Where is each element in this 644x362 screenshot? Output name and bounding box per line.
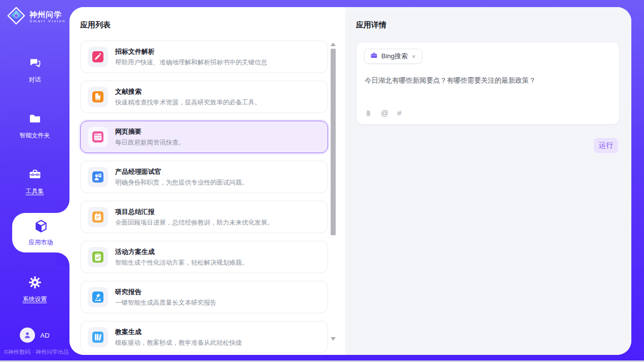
app-icon-tile (88, 247, 108, 267)
app-card-description: 一键智能生成高质量长文本研究报告 (115, 299, 217, 307)
app-card-title: 研究报告 (115, 287, 217, 297)
app-icon-tile (88, 47, 108, 67)
browser-code-icon: </> (92, 131, 103, 142)
clipboard-check-icon (92, 251, 103, 263)
app-list-title: 应用列表 (80, 20, 111, 30)
active-notch-top (56, 200, 69, 213)
book-icon (92, 91, 103, 102)
pencil-doc-icon (92, 51, 103, 62)
tool-tag-label: Bing搜索 (381, 52, 408, 61)
app-detail-panel: 应用详情 Bing搜索 × 今日湖北有哪些新闻要点？有哪些需要关注的最新政策？ … (345, 7, 631, 355)
user-name: AD (40, 332, 49, 339)
app-card-lesson-plan[interactable]: 教案生成模板驱动，教案秒成，教学准备从此轻松快捷 (80, 321, 328, 353)
app-detail-title: 应用详情 (356, 20, 386, 30)
sidebar: 神州问学 Smart Vision 对话智能文件夹工具集应用市场系统设置 AD … (0, 0, 69, 362)
active-notch-bottom (56, 252, 69, 266)
brand-logo: 神州问学 Smart Vision (7, 6, 66, 27)
composer-card: Bing搜索 × 今日湖北有哪些新闻要点？有哪些需要关注的最新政策？ @ # (356, 42, 620, 125)
interviewer-icon (92, 171, 103, 183)
copyright-footer: ©神州数码 · 神州问学出品 (4, 348, 69, 356)
tool-tag-bing-search[interactable]: Bing搜索 × (364, 49, 422, 64)
app-icon-tile (88, 287, 108, 307)
brand-text: 神州问学 Smart Vision (29, 10, 66, 24)
app-card-description: 智能生成个性化活动方案，轻松解决规划难题。 (115, 259, 248, 267)
user-avatar-icon (20, 328, 35, 343)
user-account[interactable]: AD (0, 328, 69, 343)
brand-diamond-icon (7, 6, 26, 27)
sidebar-item-label: 智能文件夹 (20, 131, 50, 140)
app-card-literature-search[interactable]: 文献搜索快速精准查找学术资源，提高研究效率的必备工具。 (80, 81, 328, 113)
sidebar-item-settings[interactable]: 系统设置 (0, 275, 69, 304)
scroll-down-arrow[interactable] (331, 337, 336, 341)
app-icon-tile (88, 167, 108, 187)
toolbox-icon (28, 167, 42, 184)
app-card-pm-interviewer[interactable]: 产品经理面试官明确身份和职责，为您提供专业性的面试问题。 (80, 161, 328, 193)
app-card-project-summary[interactable]: 项目总结汇报全面回顾项目进展，总结经验教训，助力未来优化发展。 (80, 201, 328, 233)
gear-icon (28, 275, 42, 292)
app-card-bid-parse[interactable]: 招标文件解析帮助用户快速、准确地理解和解析招标书中的关键信息 (80, 41, 328, 73)
close-icon[interactable]: × (411, 53, 416, 60)
app-card-description: 帮助用户快速、准确地理解和解析招标书中的关键信息 (115, 58, 267, 67)
app-card-title: 项目总结汇报 (115, 207, 274, 216)
app-card-description: 全面回顾项目进展，总结经验教训，助力未来优化发展。 (115, 219, 274, 227)
mention-icon[interactable]: @ (381, 108, 388, 118)
app-card-web-summary[interactable]: </>网页摘要每日政府新闻资讯快查。 (80, 121, 328, 153)
app-card-activity-plan[interactable]: 活动方案生成智能生成个性化活动方案，轻松解决规划难题。 (80, 241, 328, 273)
notepad-icon (92, 211, 103, 223)
sidebar-item-toolset[interactable]: 工具集 (0, 167, 69, 196)
brand-name: 神州问学 (29, 10, 66, 19)
sidebar-item-chat[interactable]: 对话 (0, 56, 69, 84)
app-card-list: 招标文件解析帮助用户快速、准确地理解和解析招标书中的关键信息文献搜索快速精准查找… (80, 41, 328, 353)
chat-icon (28, 56, 42, 72)
svg-text:</>: </> (95, 136, 100, 139)
app-icon-tile (88, 87, 108, 107)
app-card-description: 快速精准查找学术资源，提高研究效率的必备工具。 (115, 98, 261, 107)
app-card-title: 活动方案生成 (115, 247, 248, 257)
run-button[interactable]: 运行 (594, 138, 618, 153)
app-card-title: 教案生成 (115, 328, 242, 337)
app-list-panel: 应用列表 招标文件解析帮助用户快速、准确地理解和解析招标书中的关键信息文献搜索快… (69, 7, 345, 355)
scrollbar[interactable] (330, 41, 336, 345)
sidebar-item-app-market[interactable]: 应用市场 (12, 213, 69, 252)
hash-icon[interactable]: # (397, 108, 401, 118)
books-icon (92, 332, 103, 343)
app-card-description: 模板驱动，教案秒成，教学准备从此轻松快捷 (115, 339, 242, 347)
app-card-research-report[interactable]: 研究报告一键智能生成高质量长文本研究报告 (80, 281, 328, 313)
microscope-icon (92, 292, 103, 303)
sidebar-item-label: 应用市场 (29, 238, 53, 247)
folder-icon (28, 112, 42, 128)
query-text[interactable]: 今日湖北有哪些新闻要点？有哪些需要关注的最新政策？ (365, 76, 611, 86)
content-area: 应用列表 招标文件解析帮助用户快速、准确地理解和解析招标书中的关键信息文献搜索快… (69, 7, 631, 355)
app-card-title: 招标文件解析 (115, 47, 267, 56)
sidebar-item-label: 对话 (29, 76, 41, 84)
app-icon-tile (88, 327, 108, 347)
app-icon-tile: </> (88, 127, 108, 147)
briefcase-icon (370, 52, 378, 61)
brand-subtitle: Smart Vision (29, 19, 66, 24)
app-card-description: 明确身份和职责，为您提供专业性的面试问题。 (115, 178, 248, 187)
scroll-up-arrow[interactable] (331, 43, 336, 46)
scrollbar-thumb[interactable] (331, 49, 336, 235)
app-card-title: 产品经理面试官 (115, 167, 248, 176)
app-card-title: 网页摘要 (115, 127, 185, 136)
sidebar-item-label: 工具集 (26, 187, 44, 196)
sidebar-item-label: 系统设置 (23, 295, 47, 304)
composer-toolbar: @ # (365, 108, 402, 118)
app-icon-tile (88, 207, 108, 227)
cube-icon (33, 219, 49, 236)
attachment-icon[interactable] (365, 108, 372, 118)
app-card-title: 文献搜索 (115, 87, 261, 96)
sidebar-item-smart-folder[interactable]: 智能文件夹 (0, 112, 69, 140)
app-card-description: 每日政府新闻资讯快查。 (115, 138, 185, 147)
